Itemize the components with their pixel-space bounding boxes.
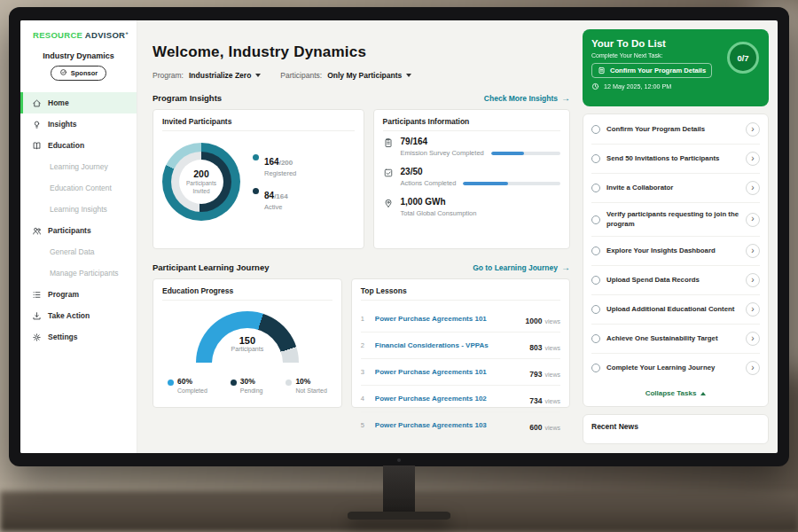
sidebar-item-manage-participants[interactable]: Manage Participants — [20, 262, 137, 284]
task-item[interactable]: Upload Spend Data Records — [591, 266, 760, 295]
task-item[interactable]: Complete Your Learning Journey — [591, 354, 760, 382]
sidebar-item-label: Insights — [48, 120, 77, 129]
chevron-right-icon[interactable] — [746, 273, 760, 287]
progress-bar-fill — [463, 182, 507, 185]
clipboard-icon — [598, 66, 606, 74]
chevron-right-icon[interactable] — [746, 244, 760, 258]
todo-progress-ring: 0/7 — [727, 42, 759, 74]
legend-dot — [253, 154, 259, 160]
program-select-value: Industrialize Zero — [189, 71, 251, 80]
lesson-title-link[interactable]: Power Purchase Agreements 101 — [375, 368, 522, 376]
legend-dot — [168, 379, 174, 386]
task-checkbox[interactable] — [591, 215, 600, 224]
lesson-rank: 2 — [361, 341, 368, 349]
task-checkbox[interactable] — [591, 334, 600, 343]
gear-icon — [32, 332, 42, 342]
sidebar-item-settings[interactable]: Settings — [20, 326, 137, 348]
lesson-title-link[interactable]: Power Purchase Agreements 101 — [375, 315, 519, 323]
task-label: Upload Spend Data Records — [606, 276, 739, 286]
sidebar-item-home[interactable]: Home — [20, 92, 137, 113]
lesson-title-link[interactable]: Power Purchase Agreements 102 — [375, 395, 522, 403]
lightbulb-icon — [32, 120, 42, 129]
legend-value: 60% — [177, 377, 192, 386]
todo-subtitle: Complete Your Next Task: — [591, 52, 717, 59]
chevron-right-icon[interactable] — [746, 213, 760, 227]
invited-legend: 164/200 Registered 84/164 Active — [253, 144, 296, 220]
invited-center-value: 200 — [193, 168, 209, 179]
legend-dot — [231, 379, 237, 386]
lesson-row: 4 Power Purchase Agreements 102 734views — [361, 386, 560, 412]
chevron-right-icon[interactable] — [746, 332, 760, 346]
sidebar-item-education[interactable]: Education — [20, 135, 137, 156]
invited-donut-inner: 200 Participants Invited — [171, 152, 231, 212]
sidebar-item-education-content[interactable]: Education Content — [20, 177, 137, 199]
lesson-views-label: views — [544, 398, 560, 404]
participants-select[interactable]: Only My Participants — [327, 71, 411, 80]
chevron-right-icon[interactable] — [746, 361, 760, 375]
sidebar-item-label: Take Action — [48, 311, 90, 320]
welcome-heading: Welcome, Industry Dynamics — [153, 43, 570, 61]
program-insights-cards: Invited Participants 200 Participants In… — [153, 109, 570, 249]
todo-next-task[interactable]: Confirm Your Program Details — [591, 63, 712, 78]
task-item[interactable]: Achieve One Sustainability Target — [591, 325, 760, 354]
book-icon — [32, 141, 42, 151]
gauge-center-label: Participants — [196, 346, 299, 352]
logo-advisor: ADVISOR+ — [85, 30, 129, 40]
lesson-views-value: 734 — [529, 396, 542, 405]
link-label: Go to Learning Journey — [473, 263, 558, 272]
todo-due-label: 12 May 2025, 12:00 PM — [604, 82, 671, 90]
task-item[interactable]: Upload Additional Educational Content — [591, 295, 760, 325]
lesson-title-link[interactable]: Financial Considerations - VPPAs — [375, 341, 522, 349]
legend-dot — [286, 379, 292, 386]
task-checkbox[interactable] — [591, 364, 600, 372]
sidebar-item-learning-journey[interactable]: Learning Journey — [20, 156, 137, 177]
check-more-insights-link[interactable]: Check More Insights — [484, 93, 570, 103]
sidebar-item-participants[interactable]: Participants — [20, 220, 137, 241]
chevron-right-icon[interactable] — [746, 122, 760, 137]
task-checkbox[interactable] — [591, 125, 600, 134]
task-item[interactable]: Verify participants requesting to join t… — [591, 203, 760, 237]
go-to-learning-journey-link[interactable]: Go to Learning Journey — [473, 262, 570, 272]
collapse-tasks-link[interactable]: Collapse Tasks — [591, 382, 760, 405]
dashboard-screen: RESOURCE ADVISOR+ Industry Dynamics Spon… — [20, 20, 778, 453]
gauge-center-value: 150 — [196, 335, 299, 346]
sidebar-item-take-action[interactable]: Take Action — [20, 305, 137, 326]
task-item[interactable]: Explore Your Insights Dashboard — [591, 237, 760, 266]
stat-value: 1,000 GWh — [401, 197, 560, 207]
task-checkbox[interactable] — [591, 246, 600, 255]
chevron-right-icon[interactable] — [746, 181, 760, 195]
sidebar-item-label: Learning Journey — [50, 162, 108, 171]
legend-value: 164 — [264, 157, 279, 167]
lesson-title-link[interactable]: Power Purchase Agreements 103 — [375, 421, 522, 429]
chevron-right-icon[interactable] — [746, 152, 760, 166]
task-item[interactable]: Invite a Collaborator — [591, 174, 760, 203]
check-square-icon — [383, 168, 394, 178]
task-item[interactable]: Confirm Your Program Details — [591, 115, 760, 145]
sidebar-item-insights[interactable]: Insights — [20, 113, 137, 135]
program-filter-label: Program: — [153, 71, 184, 80]
chevron-down-icon — [406, 74, 411, 77]
task-checkbox[interactable] — [591, 184, 600, 192]
task-checkbox[interactable] — [591, 305, 600, 314]
sidebar-item-learning-insights[interactable]: Learning Insights — [20, 199, 137, 220]
participants-select-value: Only My Participants — [327, 71, 402, 80]
collapse-tasks-label: Collapse Tasks — [645, 389, 697, 397]
sidebar-item-general-data[interactable]: General Data — [20, 241, 137, 262]
legend-total: /200 — [279, 159, 293, 167]
lesson-rank: 3 — [361, 368, 368, 376]
legend-item-pending: 30% Pending — [231, 377, 263, 394]
sidebar-item-program[interactable]: Program — [20, 284, 137, 305]
sponsor-badge: Sponsor — [51, 66, 106, 81]
chevron-right-icon[interactable] — [746, 302, 760, 317]
education-progress-card: Education Progress 150 Participants 60% — [153, 278, 342, 408]
chevron-up-icon — [700, 392, 706, 395]
program-select[interactable]: Industrialize Zero — [189, 71, 261, 80]
invited-center-label: Participants Invited — [183, 180, 220, 194]
task-item[interactable]: Send 50 Invitations to Participants — [591, 145, 760, 174]
task-checkbox[interactable] — [591, 154, 600, 163]
sidebar-item-label: Program — [48, 290, 79, 299]
lesson-rank: 1 — [361, 315, 368, 323]
card-title: Top Lessons — [361, 286, 560, 301]
sidebar-item-label: Learning Insights — [50, 205, 107, 214]
task-checkbox[interactable] — [591, 276, 600, 285]
